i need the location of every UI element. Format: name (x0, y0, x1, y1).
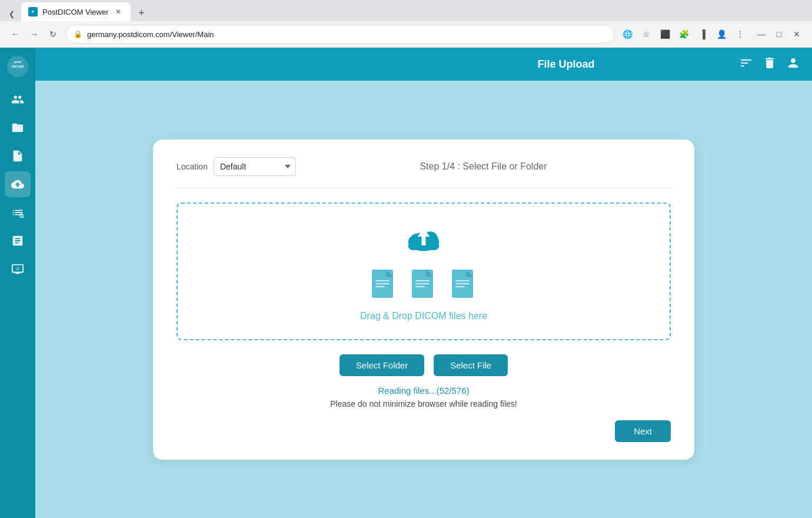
trash-icon[interactable] (763, 56, 777, 72)
header-title: File Upload (393, 58, 739, 71)
svg-line-6 (22, 217, 23, 217)
step-text: Step 1/4 : Select File or Folder (296, 161, 671, 172)
upload-card: Location Default Step 1/4 : Select File … (153, 140, 694, 460)
url-text: germany.postdicom.com/Viewer/Main (87, 30, 607, 39)
cloud-upload-icon (403, 221, 444, 259)
sidebar-item-files[interactable] (5, 143, 31, 169)
svg-rect-20 (415, 283, 430, 284)
file-icon-3 (451, 268, 477, 301)
content-area: Location Default Step 1/4 : Select File … (35, 81, 812, 518)
back-button[interactable]: ← (7, 26, 24, 42)
svg-rect-19 (415, 280, 430, 281)
address-bar[interactable]: 🔒 germany.postdicom.com/Viewer/Main (66, 25, 614, 44)
card-header: Location Default Step 1/4 : Select File … (177, 157, 671, 176)
next-row: Next (177, 409, 671, 442)
minimize-button[interactable]: — (753, 26, 770, 42)
profile-button[interactable]: 👤 (713, 26, 730, 42)
sidebar-item-patients[interactable] (5, 87, 31, 112)
sidebar-item-search[interactable] (5, 200, 31, 225)
tab-favicon: P (28, 7, 38, 16)
svg-rect-14 (375, 280, 390, 281)
card-divider (177, 188, 671, 188)
main-area: File Upload Location Def (35, 48, 812, 518)
tab-title: PostDICOM Viewer (42, 8, 108, 16)
svg-text:post: post (14, 60, 22, 64)
sidebar-item-folders[interactable] (5, 115, 31, 141)
svg-rect-21 (415, 286, 425, 287)
svg-rect-16 (375, 286, 385, 287)
svg-rect-24 (455, 280, 470, 281)
svg-text:DICOM: DICOM (12, 65, 24, 68)
svg-text:P: P (32, 10, 34, 14)
tab-scroll-back[interactable]: ❮ (5, 7, 19, 21)
drop-zone-text: Drag & Drop DICOM files here (360, 311, 487, 321)
location-label: Location (177, 162, 208, 171)
bookmark-button[interactable]: ☆ (638, 26, 654, 42)
select-folder-button[interactable]: Select Folder (340, 354, 424, 376)
status-warning-text: Please do not minimize browser while rea… (177, 399, 671, 409)
file-icons-row (371, 268, 477, 301)
select-file-button[interactable]: Select File (434, 354, 508, 376)
next-button[interactable]: Next (615, 420, 671, 442)
refresh-button[interactable]: ↻ (45, 26, 61, 42)
sidebar-toggle-button[interactable]: ▐ (694, 26, 711, 42)
svg-rect-26 (455, 286, 465, 287)
close-window-button[interactable]: ✕ (788, 26, 805, 42)
tab-close-button[interactable]: ✕ (113, 6, 124, 17)
header: File Upload (35, 48, 812, 81)
svg-rect-25 (455, 283, 470, 284)
svg-rect-15 (375, 283, 390, 284)
location-select[interactable]: Default (214, 157, 296, 176)
button-row: Select Folder Select File (177, 354, 671, 376)
new-tab-button[interactable]: + (133, 5, 149, 21)
maximize-button[interactable]: □ (771, 26, 787, 42)
user-icon[interactable] (786, 56, 800, 72)
lock-icon: 🔒 (74, 30, 82, 38)
menu-button[interactable]: ⋮ (732, 26, 748, 42)
translate-button[interactable]: 🌐 (619, 26, 635, 42)
sidebar: post DICOM (0, 48, 35, 518)
status-reading-text: Reading files...(52/576) (177, 386, 671, 396)
logo: post DICOM (5, 54, 31, 79)
sidebar-item-monitor[interactable] (5, 256, 31, 282)
file-icon-1 (371, 268, 397, 301)
forward-button[interactable]: → (26, 26, 42, 42)
pip-button[interactable]: ⬛ (657, 26, 673, 42)
extension-button[interactable]: 🧩 (675, 26, 692, 42)
sidebar-item-upload[interactable] (5, 171, 31, 197)
sort-icon[interactable] (739, 56, 753, 72)
active-tab: P PostDICOM Viewer ✕ (21, 2, 131, 21)
sidebar-item-reports[interactable] (5, 228, 31, 254)
drop-zone[interactable]: Drag & Drop DICOM files here (177, 202, 671, 340)
file-icon-2 (411, 268, 437, 301)
